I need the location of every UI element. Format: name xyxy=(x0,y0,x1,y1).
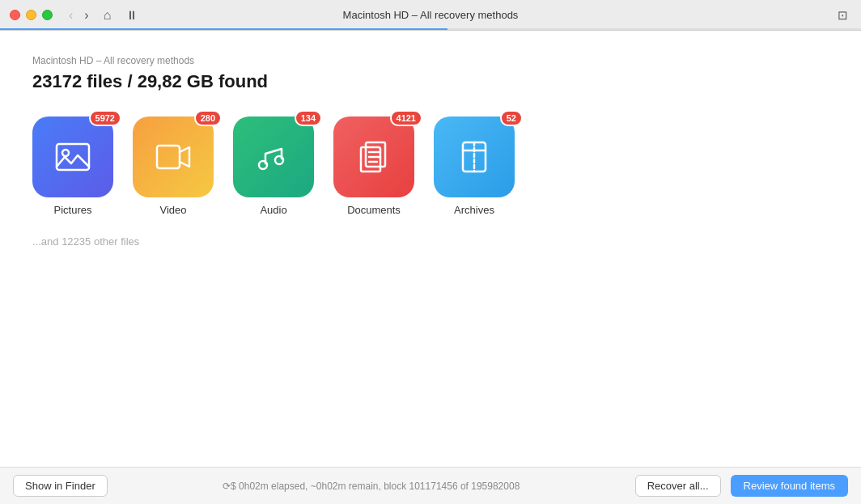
titlebar: ‹ › ⌂ ⏸ Macintosh HD – All recovery meth… xyxy=(0,0,861,31)
video-icon xyxy=(154,138,193,176)
pictures-label: Pictures xyxy=(54,204,92,216)
audio-icon xyxy=(254,138,293,176)
category-icon-wrapper-archives: 52 xyxy=(434,116,515,197)
back-button[interactable]: ‹ xyxy=(66,7,76,23)
reader-button[interactable]: ⊡ xyxy=(834,6,851,24)
pause-button[interactable]: ⏸ xyxy=(122,6,141,23)
progress-bar-fill xyxy=(0,28,447,30)
progress-bar-container xyxy=(0,28,861,30)
category-grid: 5972 Pictures 280 Video xyxy=(32,116,829,216)
review-found-items-button[interactable]: Review found items xyxy=(731,475,848,497)
svg-rect-2 xyxy=(157,146,180,168)
traffic-lights xyxy=(10,10,53,20)
close-button[interactable] xyxy=(10,10,20,20)
category-item-documents[interactable]: 4121 Documents xyxy=(333,116,414,216)
category-item-pictures[interactable]: 5972 Pictures xyxy=(32,116,113,216)
recover-all-button[interactable]: Recover all... xyxy=(635,475,721,497)
svg-rect-6 xyxy=(366,142,385,167)
show-in-finder-button[interactable]: Show in Finder xyxy=(13,475,108,497)
audio-icon-bg xyxy=(233,116,314,197)
svg-point-1 xyxy=(62,150,69,156)
svg-rect-0 xyxy=(57,144,89,170)
bottom-bar: Show in Finder ⟳$ 0h02m elapsed, ~0h02m … xyxy=(0,467,861,504)
archives-label: Archives xyxy=(454,204,494,216)
category-icon-wrapper-pictures: 5972 xyxy=(32,116,113,197)
home-button[interactable]: ⌂ xyxy=(100,6,115,24)
forward-button[interactable]: › xyxy=(81,7,91,23)
window-title: Macintosh HD – All recovery methods xyxy=(343,9,519,21)
breadcrumb: Macintosh HD – All recovery methods xyxy=(32,55,829,66)
pictures-icon-bg xyxy=(32,116,113,197)
archives-icon xyxy=(455,138,494,176)
svg-point-4 xyxy=(275,156,283,164)
video-badge: 280 xyxy=(194,110,222,126)
status-text: ⟳$ 0h02m elapsed, ~0h02m remain, block 1… xyxy=(117,481,626,492)
documents-icon xyxy=(354,138,393,176)
category-icon-wrapper-video: 280 xyxy=(133,116,214,197)
svg-rect-5 xyxy=(361,147,380,172)
other-files-text: ...and 12235 other files xyxy=(32,235,829,248)
audio-badge: 134 xyxy=(295,110,322,126)
documents-badge: 4121 xyxy=(390,110,422,126)
maximize-button[interactable] xyxy=(42,10,53,20)
pictures-badge: 5972 xyxy=(89,110,121,126)
audio-label: Audio xyxy=(260,204,286,216)
category-icon-wrapper-audio: 134 xyxy=(233,116,314,197)
pictures-icon xyxy=(53,138,92,176)
minimize-button[interactable] xyxy=(26,10,36,20)
category-item-audio[interactable]: 134 Audio xyxy=(233,116,314,216)
video-label: Video xyxy=(159,204,186,216)
documents-icon-bg xyxy=(333,116,414,197)
category-icon-wrapper-documents: 4121 xyxy=(333,116,414,197)
documents-label: Documents xyxy=(347,204,401,216)
video-icon-bg xyxy=(133,116,214,197)
svg-point-3 xyxy=(259,161,267,169)
archives-badge: 52 xyxy=(500,110,523,126)
main-title: 23172 files / 29,82 GB found xyxy=(32,71,829,92)
nav-buttons: ‹ › xyxy=(66,7,92,23)
main-content: Macintosh HD – All recovery methods 2317… xyxy=(0,31,861,467)
archives-icon-bg xyxy=(434,116,515,197)
category-item-video[interactable]: 280 Video xyxy=(133,116,214,216)
category-item-archives[interactable]: 52 Archives xyxy=(434,116,515,216)
